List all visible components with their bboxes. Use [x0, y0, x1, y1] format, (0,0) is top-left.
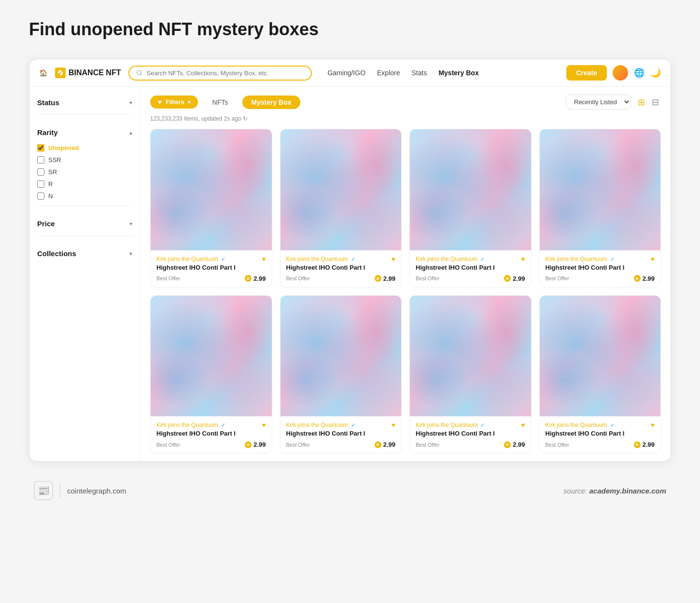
heart-icon[interactable]: ♥ [262, 255, 266, 263]
nft-card[interactable]: Kirk joins the Quantuum ✓ ♥ Highstreet I… [539, 295, 661, 454]
search-bar[interactable] [128, 66, 312, 81]
nft-collection-name: Kirk joins the Quantuum ✓ [286, 256, 355, 262]
nfts-tab[interactable]: NFTs [204, 96, 237, 109]
heart-icon[interactable]: ♥ [392, 255, 395, 263]
sort-select[interactable]: Recently Listed [566, 95, 631, 110]
nft-title: Highstreet IHO Conti Part I [286, 430, 396, 437]
sort-area: Recently Listed ⊞ ⊟ [566, 95, 661, 110]
verified-icon: ✓ [351, 256, 355, 262]
nft-card[interactable]: Kirk joins the Quantuum ✓ ♥ Highstreet I… [280, 129, 402, 288]
mystery-box-tab[interactable]: Mystery Box [242, 96, 300, 109]
nav-link-mystery-box[interactable]: Mystery Box [438, 69, 478, 77]
nft-collection-name: Kirk joins the Quantuum ✓ [156, 422, 225, 428]
price-filter: Price ▾ [37, 218, 132, 236]
rarity-filter-header[interactable]: Rarity ▴ [37, 126, 132, 138]
status-filter-title: Status [37, 98, 59, 107]
footer-divider [60, 483, 60, 498]
nft-info: Kirk joins the Quantuum ✓ ♥ Highstreet I… [151, 250, 272, 287]
n-checkbox[interactable] [37, 192, 44, 200]
svg-point-1 [137, 70, 141, 75]
sidebar: Status ▾ Rarity ▴ Unopened SSR [29, 87, 140, 461]
rarity-n-row[interactable]: N [37, 192, 132, 200]
main-content: Filters × NFTs Mystery Box Recently List… [140, 87, 671, 461]
nft-collection-name: Kirk joins the Quantuum ✓ [416, 422, 485, 428]
verified-icon: ✓ [480, 256, 485, 262]
nft-title: Highstreet IHO Conti Part I [546, 264, 655, 271]
nft-image [540, 129, 661, 250]
heart-icon[interactable]: ♥ [651, 421, 655, 429]
price-filter-header[interactable]: Price ▾ [37, 218, 132, 230]
heart-icon[interactable]: ♥ [262, 421, 266, 429]
items-count: 123,233,233 Items, updated 2s ago ↻ [150, 115, 661, 122]
nft-price-row: Best Offer B 2.99 [546, 441, 655, 448]
rarity-unopened-row[interactable]: Unopened [37, 144, 132, 151]
verified-icon: ✓ [610, 256, 615, 262]
source-link[interactable]: academy.binance.com [589, 487, 666, 495]
status-filter-header[interactable]: Status ▾ [37, 96, 132, 109]
heart-icon[interactable]: ♥ [521, 421, 525, 429]
active-filters-pill[interactable]: Filters × [150, 96, 198, 109]
sr-checkbox[interactable] [37, 168, 44, 176]
rarity-chevron-icon: ▴ [129, 129, 132, 136]
nft-info: Kirk joins the Quantuum ✓ ♥ Highstreet I… [540, 250, 661, 287]
price-value: B 2.99 [375, 441, 395, 448]
ssr-checkbox[interactable] [37, 156, 44, 164]
nft-card[interactable]: Kirk joins the Quantuum ✓ ♥ Highstreet I… [539, 129, 661, 288]
dark-mode-icon[interactable]: 🌙 [650, 68, 661, 78]
rarity-ssr-row[interactable]: SSR [37, 156, 132, 164]
nft-collection-name: Kirk joins the Quantuum ✓ [156, 256, 225, 262]
rarity-r-row[interactable]: R [37, 180, 132, 188]
ssr-label: SSR [48, 156, 61, 164]
nav-link-gaming[interactable]: Gaming/IGO [327, 69, 365, 77]
nav-links: Gaming/IGO Explore Stats Mystery Box [327, 69, 478, 77]
avatar[interactable] [613, 65, 628, 81]
rarity-sr-row[interactable]: SR [37, 168, 132, 176]
create-button[interactable]: Create [566, 65, 607, 81]
nft-image [280, 129, 402, 250]
heart-icon[interactable]: ♥ [521, 255, 525, 263]
refresh-icon[interactable]: ↻ [243, 115, 248, 122]
grid-3-view-button[interactable]: ⊟ [650, 96, 661, 109]
cointelegraph-logo-icon: 📰 [34, 481, 53, 500]
nav-link-explore[interactable]: Explore [377, 69, 400, 77]
bnb-icon: B [375, 441, 381, 448]
content-area: Status ▾ Rarity ▴ Unopened SSR [29, 87, 671, 461]
nft-collection-row: Kirk joins the Quantuum ✓ ♥ [416, 255, 525, 263]
heart-icon[interactable]: ♥ [392, 421, 395, 429]
globe-icon[interactable]: 🌐 [634, 68, 644, 78]
unopened-checkbox[interactable] [37, 144, 44, 151]
nft-image [410, 296, 531, 417]
price-label: Best Offer [156, 275, 180, 281]
price-divider [37, 235, 132, 236]
nft-card[interactable]: Kirk joins the Quantuum ✓ ♥ Highstreet I… [150, 295, 272, 454]
filter-close-icon[interactable]: × [187, 98, 191, 106]
nft-collection-name: Kirk joins the Quantuum ✓ [546, 256, 615, 262]
home-icon[interactable]: 🏠 [39, 69, 47, 77]
price-chevron-icon: ▾ [129, 220, 132, 227]
browser-frame: 🏠 BINANCE NFT Gaming/IGO Explore Stats [29, 59, 671, 462]
nft-card[interactable]: Kirk joins the Quantuum ✓ ♥ Highstreet I… [409, 129, 532, 288]
nft-card[interactable]: Kirk joins the Quantuum ✓ ♥ Highstreet I… [150, 129, 272, 288]
search-icon [136, 69, 142, 76]
nav-link-stats[interactable]: Stats [412, 69, 427, 77]
r-checkbox[interactable] [37, 180, 44, 188]
nft-title: Highstreet IHO Conti Part I [156, 430, 266, 437]
search-input[interactable] [147, 69, 305, 77]
bnb-icon: B [504, 275, 511, 282]
nft-price-row: Best Offer B 2.99 [286, 275, 396, 282]
nft-card[interactable]: Kirk joins the Quantuum ✓ ♥ Highstreet I… [280, 295, 402, 454]
price-value: B 2.99 [634, 275, 655, 282]
price-label: Best Offer [416, 442, 439, 448]
binance-logo-icon [55, 68, 66, 78]
nft-collection-row: Kirk joins the Quantuum ✓ ♥ [416, 421, 525, 429]
collections-filter-header[interactable]: Collections ▾ [37, 247, 132, 260]
nft-info: Kirk joins the Quantuum ✓ ♥ Highstreet I… [410, 250, 531, 287]
status-filter: Status ▾ [37, 96, 132, 115]
nft-collection-row: Kirk joins the Quantuum ✓ ♥ [286, 421, 396, 429]
price-value: B 2.99 [504, 275, 525, 282]
nft-card[interactable]: Kirk joins the Quantuum ✓ ♥ Highstreet I… [409, 295, 532, 454]
grid-4-view-button[interactable]: ⊞ [636, 96, 647, 109]
heart-icon[interactable]: ♥ [651, 255, 655, 263]
rarity-filter: Rarity ▴ Unopened SSR SR R [37, 126, 132, 206]
nft-title: Highstreet IHO Conti Part I [286, 264, 396, 271]
